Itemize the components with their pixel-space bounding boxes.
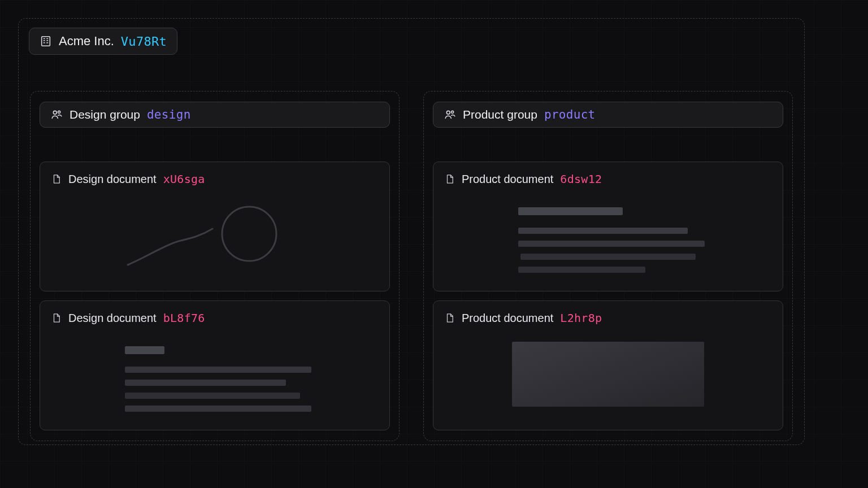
document-header: Design document xU6sga (51, 172, 378, 186)
placeholder-line (125, 367, 311, 373)
group-container-design: Design group design Design document xU6s… (30, 91, 400, 441)
document-id: xU6sga (163, 172, 205, 186)
svg-point-2 (58, 111, 60, 113)
org-id: Vu78Rt (121, 34, 167, 49)
group-name: Design group (70, 108, 140, 121)
docs-stack: Design document xU6sga (40, 162, 390, 432)
group-container-product: Product group product Product document 6… (423, 91, 793, 441)
svg-rect-0 (42, 37, 50, 46)
group-slug: design (147, 108, 191, 121)
document-id: bL8f76 (163, 311, 205, 325)
group-chip-product[interactable]: Product group product (433, 102, 783, 128)
document-name: Design document (68, 173, 157, 186)
svg-point-1 (53, 111, 57, 114)
document-preview-sketch (51, 197, 378, 280)
document-preview-textlines (445, 207, 771, 280)
group-slug: product (544, 108, 596, 121)
document-header: Design document bL8f76 (51, 311, 378, 325)
document-id: L2hr8p (560, 311, 602, 325)
document-id: 6dsw12 (560, 172, 602, 186)
document-preview-image (445, 342, 771, 419)
placeholder-line (518, 207, 623, 215)
placeholder-line (520, 254, 696, 260)
document-name: Product document (462, 173, 553, 186)
document-card[interactable]: Product document L2hr8p (433, 300, 783, 430)
document-name: Design document (68, 312, 157, 325)
document-card[interactable]: Design document bL8f76 (40, 300, 390, 430)
docs-stack: Product document 6dsw12 (433, 162, 783, 432)
placeholder-line (125, 380, 286, 386)
placeholder-line (125, 346, 164, 354)
document-icon (445, 312, 455, 324)
svg-point-3 (222, 207, 276, 261)
placeholder-line (518, 241, 705, 247)
group-chip-design[interactable]: Design group design (40, 102, 390, 128)
placeholder-line (518, 267, 645, 273)
svg-point-4 (446, 111, 450, 114)
document-icon (445, 173, 455, 185)
placeholder-line (125, 393, 300, 399)
placeholder-line (518, 228, 688, 234)
people-icon (50, 108, 63, 121)
group-name: Product group (463, 108, 537, 121)
svg-point-5 (452, 111, 454, 113)
document-header: Product document L2hr8p (445, 311, 771, 325)
document-name: Product document (462, 312, 553, 325)
org-chip[interactable]: Acme Inc. Vu78Rt (29, 28, 177, 55)
document-icon (51, 173, 62, 185)
people-icon (444, 108, 456, 121)
document-card[interactable]: Product document 6dsw12 (433, 162, 783, 291)
document-preview-textlines (51, 346, 378, 419)
document-icon (51, 312, 62, 324)
groups-row: Design group design Design document xU6s… (29, 91, 794, 441)
building-icon (40, 35, 52, 47)
org-name: Acme Inc. (59, 34, 114, 49)
image-placeholder (512, 342, 704, 407)
document-header: Product document 6dsw12 (445, 172, 771, 186)
placeholder-line (125, 406, 311, 412)
org-container: Acme Inc. Vu78Rt Design group design D (18, 18, 805, 445)
document-card[interactable]: Design document xU6sga (40, 162, 390, 291)
